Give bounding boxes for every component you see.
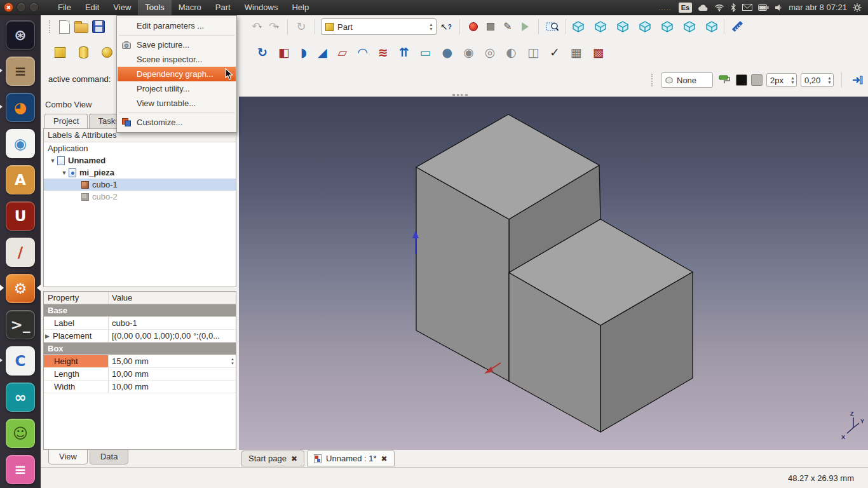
value-column-header[interactable]: Value <box>109 292 236 304</box>
wifi-icon[interactable] <box>714 3 724 11</box>
close-button[interactable]: ✖ <box>4 3 13 12</box>
dash-home-button[interactable]: ⊛ <box>0 17 41 53</box>
box-primitive-button[interactable] <box>52 43 67 61</box>
color-paint-button[interactable] <box>717 71 732 89</box>
codeblocks-app[interactable]: C <box>0 342 41 379</box>
ruled-surface-icon[interactable]: ▱ <box>338 46 348 58</box>
spin-arrows-icon[interactable]: ▲▼ <box>827 76 832 85</box>
menubar-item[interactable]: Part <box>208 0 238 15</box>
tab-start-page[interactable]: Start page ✖ <box>241 451 304 466</box>
property-value[interactable]: 10,00 mm <box>109 381 236 393</box>
menu-item-save-picture[interactable]: Save picture... <box>118 37 236 52</box>
mirror-icon[interactable]: ◧ <box>278 46 290 58</box>
loft-icon[interactable]: ◠ <box>358 46 367 58</box>
tab-data[interactable]: Data <box>90 450 128 464</box>
system-tools-app[interactable]: ∕ <box>0 234 41 270</box>
deviation-spinbox[interactable]: 0,20 ▲▼ <box>801 73 834 87</box>
open-document-button[interactable] <box>74 18 89 36</box>
zoom-region-button[interactable] <box>545 18 560 36</box>
tree-item-document[interactable]: ▼ Unnamed <box>44 154 236 166</box>
browser-app[interactable]: ◉ <box>0 125 41 161</box>
software-center-app[interactable]: A <box>0 161 41 198</box>
refresh-button[interactable]: ↻ <box>294 18 309 36</box>
3d-scene[interactable]: Z Y X <box>239 97 868 450</box>
spin-arrows-icon[interactable]: ▲▼ <box>790 76 795 85</box>
tree-item-cubo-1[interactable]: cubo-1 <box>44 179 236 191</box>
menubar-item[interactable]: File <box>51 0 78 15</box>
property-row-placement[interactable]: ▶Placement [(0,00 0,00 1,00);0,00 °;(0,0… <box>44 330 236 342</box>
close-tab-icon[interactable]: ✖ <box>291 454 297 463</box>
files-app[interactable]: ≡ <box>0 53 41 89</box>
menubar-item[interactable]: Help <box>285 0 316 15</box>
clock[interactable]: mar abr 8 07:21 <box>789 3 847 12</box>
property-value[interactable]: 10,00 mm <box>109 368 236 380</box>
mail-icon[interactable] <box>742 4 752 11</box>
tree-item-application[interactable]: Application <box>44 142 236 154</box>
3d-viewport[interactable]: Z Y X <box>239 97 868 450</box>
line-width-spinbox[interactable]: 2px ▲▼ <box>766 73 797 87</box>
property-row-length[interactable]: Length 10,00 mm <box>44 368 236 381</box>
property-column-header[interactable]: Property <box>44 292 109 304</box>
expander-icon[interactable]: ▼ <box>60 170 68 176</box>
face-color-swatch[interactable] <box>751 74 763 86</box>
tree-item-cubo-2[interactable]: cubo-2 <box>44 191 236 203</box>
common-icon[interactable]: ◎ <box>485 46 496 58</box>
freecad-app[interactable]: ⚙ <box>0 270 41 306</box>
tab-view[interactable]: View <box>48 450 88 464</box>
top-view-icon[interactable] <box>616 20 629 33</box>
maximize-button[interactable] <box>29 3 39 12</box>
cylinder-primitive-button[interactable] <box>76 43 91 61</box>
dock-splitter-handle[interactable] <box>452 94 468 96</box>
property-value[interactable]: 15,00 mm▲▼ <box>109 355 236 367</box>
measure-button[interactable] <box>730 18 745 36</box>
menubar-item[interactable]: Windows <box>238 0 285 15</box>
menubar-item[interactable]: View <box>106 0 138 15</box>
revolve-icon[interactable]: ↻ <box>257 46 268 58</box>
line-color-swatch[interactable] <box>736 74 747 86</box>
bluetooth-icon[interactable] <box>730 3 736 12</box>
firefox-app[interactable]: ◕ <box>0 89 41 125</box>
property-value[interactable]: [(0,00 0,00 1,00);0,00 °;(0,0... <box>109 330 236 342</box>
bottom-view-icon[interactable] <box>683 20 696 33</box>
toolbar-grip[interactable] <box>651 74 654 86</box>
battery-icon[interactable] <box>758 4 769 11</box>
arduino-app[interactable]: ∞ <box>0 379 41 415</box>
fillet-icon[interactable]: ◗ <box>301 46 307 58</box>
new-document-button[interactable] <box>57 18 72 36</box>
compound-icon[interactable]: ▦ <box>571 46 582 58</box>
offset-icon[interactable]: ▭ <box>420 46 431 58</box>
cloud-sync-icon[interactable] <box>698 4 709 11</box>
tree-item-part[interactable]: ▼ mi_pieza <box>44 166 236 179</box>
workbench-selector[interactable]: Part ▲▼ <box>321 18 437 35</box>
rear-view-icon[interactable] <box>661 20 674 33</box>
combo-spinner-icon[interactable]: ▲▼ <box>429 22 433 31</box>
menu-item-customize[interactable]: Customize... <box>118 115 236 130</box>
draw-style-selector[interactable]: None <box>661 72 713 88</box>
tab-unnamed-document[interactable]: Unnamed : 1* ✖ <box>307 451 395 466</box>
notes-app[interactable]: ≡ <box>0 451 41 487</box>
cut-icon[interactable]: ◐ <box>506 46 517 58</box>
front-view-icon[interactable] <box>594 20 607 33</box>
menu-item-edit-parameters[interactable]: Edit parameters ... <box>118 18 236 33</box>
property-value[interactable]: cubo-1 <box>109 317 236 329</box>
union-icon[interactable]: ◉ <box>463 46 474 58</box>
property-row-width[interactable]: Width 10,00 mm <box>44 381 236 393</box>
check-geometry-icon[interactable]: ✓ <box>550 46 560 58</box>
boolean-icon[interactable]: ● <box>442 46 453 58</box>
macro-record-button[interactable] <box>466 18 481 36</box>
extrude-icon[interactable]: ⇈ <box>399 46 409 58</box>
macro-run-button[interactable] <box>517 18 532 36</box>
property-row-height[interactable]: Height 15,00 mm▲▼ <box>44 355 236 368</box>
menu-item-view-turntable[interactable]: View turntable... <box>118 96 236 111</box>
explode-compound-icon[interactable]: ▩ <box>593 46 604 58</box>
volume-icon[interactable] <box>775 4 783 11</box>
redo-button[interactable]: ↷▾ <box>266 18 281 36</box>
left-view-icon[interactable] <box>705 20 718 33</box>
expander-icon[interactable]: ▼ <box>49 158 57 164</box>
save-document-button[interactable] <box>91 18 106 36</box>
game-app[interactable]: ☺ <box>0 415 41 451</box>
axonometric-view-icon[interactable] <box>572 20 585 33</box>
whats-this-button[interactable]: ↖? <box>438 18 454 36</box>
sphere-primitive-button[interactable] <box>99 43 114 61</box>
chamfer-icon[interactable]: ◢ <box>318 46 327 58</box>
